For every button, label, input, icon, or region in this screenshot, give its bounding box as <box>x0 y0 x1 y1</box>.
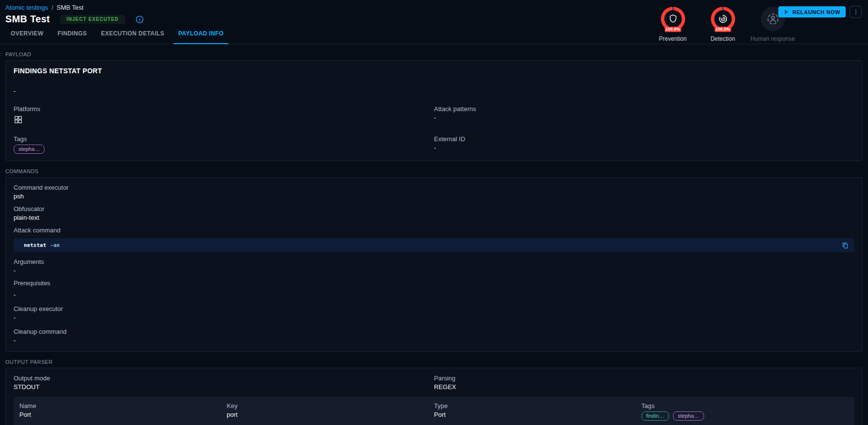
parsing-label: Parsing <box>434 375 854 382</box>
detection-gauge: 100.0% <box>711 7 735 31</box>
cleanup-executor-label: Cleanup executor <box>14 305 854 313</box>
play-icon <box>784 9 789 15</box>
platforms-field: Platforms <box>14 105 434 126</box>
parser-type-value: Port <box>434 411 642 419</box>
output-mode-value: STDOUT <box>14 383 434 391</box>
attack-patterns-label: Attack patterns <box>434 105 854 113</box>
commands-card: Command executor psh Obfuscator plain-te… <box>5 177 863 352</box>
prevention-score-label: Prevention <box>659 35 687 42</box>
breadcrumb: Atomic testings / SMB Test <box>5 4 83 11</box>
detection-score-label: Detection <box>710 35 735 42</box>
prevention-score-value: 100.0% <box>664 27 681 32</box>
obfuscator-field: Obfuscator plain-text <box>14 205 854 222</box>
prerequisites-value: - <box>14 291 854 299</box>
info-icon[interactable] <box>135 15 144 24</box>
parser-type-label: Type <box>434 402 642 410</box>
breadcrumb-root-link[interactable]: Atomic testings <box>5 4 48 11</box>
output-parser-section-label: OUTPUT PARSER <box>5 359 863 365</box>
parser-key-value: port <box>227 411 434 419</box>
parser-name-field: Name Port <box>19 402 227 421</box>
page-title: SMB Test <box>5 14 50 25</box>
tab-findings[interactable]: FINDINGS <box>53 24 92 44</box>
relaunch-now-button[interactable]: RELAUNCH NOW <box>778 6 846 17</box>
page-header: Atomic testings / SMB Test SMB Test INJE… <box>0 0 868 44</box>
score-gauges: 100.0% Prevention 100.0% Detection <box>648 7 798 42</box>
payload-card: FINDINGS NETSTAT PORT - Platforms Attack… <box>5 60 863 161</box>
tab-payload-info[interactable]: PAYLOAD INFO <box>174 24 228 44</box>
attack-patterns-value: - <box>434 114 854 122</box>
more-options-button[interactable] <box>850 6 862 18</box>
windows-icon <box>14 115 23 124</box>
copy-icon <box>841 242 849 249</box>
tab-bar: OVERVIEW FINDINGS EXECUTION DETAILS PAYL… <box>6 24 228 44</box>
detection-score-value: 100.0% <box>714 27 731 32</box>
cleanup-executor-field: Cleanup executor - <box>14 305 854 322</box>
payload-title: FINDINGS NETSTAT PORT <box>14 67 854 75</box>
human-response-score-label: Human response <box>751 35 795 42</box>
attack-command-text: netstat-an <box>24 242 60 248</box>
arguments-label: Arguments <box>14 258 854 266</box>
external-id-value: - <box>434 144 854 152</box>
parser-panel: Name Port Key port Type Port Tags findin… <box>14 397 854 425</box>
tab-execution-details[interactable]: EXECUTION DETAILS <box>96 24 169 44</box>
person-icon <box>766 12 780 26</box>
payload-tags-label: Tags <box>14 135 434 143</box>
prevention-score: 100.0% Prevention <box>648 7 698 42</box>
payload-description: - <box>14 87 854 95</box>
obfuscator-label: Obfuscator <box>14 205 854 213</box>
parsing-field: Parsing REGEX <box>434 375 854 391</box>
parsing-value: REGEX <box>434 383 854 391</box>
shield-icon <box>668 14 678 24</box>
command-executor-label: Command executor <box>14 184 854 192</box>
command-executor-field: Command executor psh <box>14 184 854 200</box>
arguments-field: Arguments - <box>14 258 854 275</box>
tag-chip[interactable]: stepha… <box>673 411 704 421</box>
tab-overview[interactable]: OVERVIEW <box>6 24 48 44</box>
external-id-label: External ID <box>434 135 854 143</box>
prerequisites-field: Prerequisites - <box>14 279 854 299</box>
prerequisites-label: Prerequisites <box>14 279 854 287</box>
cleanup-command-field: Cleanup command - <box>14 328 854 344</box>
header-actions: RELAUNCH NOW <box>778 6 862 18</box>
tag-chip[interactable]: findin… <box>642 411 669 421</box>
parser-key-field: Key port <box>227 402 434 421</box>
parser-name-label: Name <box>19 402 227 410</box>
breadcrumb-current: SMB Test <box>57 4 83 11</box>
radar-icon <box>718 14 728 24</box>
parser-tags-field: Tags findin… stepha… <box>642 402 849 421</box>
output-mode-field: Output mode STDOUT <box>14 375 434 391</box>
page-content: PAYLOAD FINDINGS NETSTAT PORT - Platform… <box>0 51 868 425</box>
arguments-value: - <box>14 267 854 275</box>
cleanup-command-label: Cleanup command <box>14 328 854 336</box>
payload-tags-field: Tags stepha… <box>14 135 434 154</box>
output-parser-card: Output mode STDOUT Parsing REGEX Name Po… <box>5 368 863 425</box>
copy-attack-command-button[interactable] <box>841 242 849 249</box>
attack-patterns-field: Attack patterns - <box>434 105 854 126</box>
breadcrumb-separator: / <box>51 4 53 11</box>
obfuscator-value: plain-text <box>14 214 854 222</box>
cleanup-executor-value: - <box>14 314 854 322</box>
command-executor-value: psh <box>14 193 854 200</box>
attack-command-label: Attack command <box>14 227 854 234</box>
parser-key-label: Key <box>227 402 434 410</box>
cleanup-command-value: - <box>14 337 854 344</box>
platforms-label: Platforms <box>14 105 434 113</box>
commands-section-label: COMMANDS <box>5 168 863 174</box>
payload-section-label: PAYLOAD <box>5 51 863 57</box>
output-mode-label: Output mode <box>14 375 434 382</box>
tag-chip[interactable]: stepha… <box>14 145 45 154</box>
title-row: SMB Test INJECT EXECUTED <box>5 14 144 25</box>
external-id-field: External ID - <box>434 135 854 154</box>
parser-tags-label: Tags <box>642 402 849 410</box>
kebab-icon <box>852 9 859 16</box>
status-badge: INJECT EXECUTED <box>60 15 125 24</box>
parser-name-value: Port <box>19 411 227 419</box>
detection-score: 100.0% Detection <box>698 7 748 42</box>
parser-type-field: Type Port <box>434 402 642 421</box>
prevention-gauge: 100.0% <box>661 7 685 31</box>
attack-command-code-block: netstat-an <box>14 238 854 252</box>
